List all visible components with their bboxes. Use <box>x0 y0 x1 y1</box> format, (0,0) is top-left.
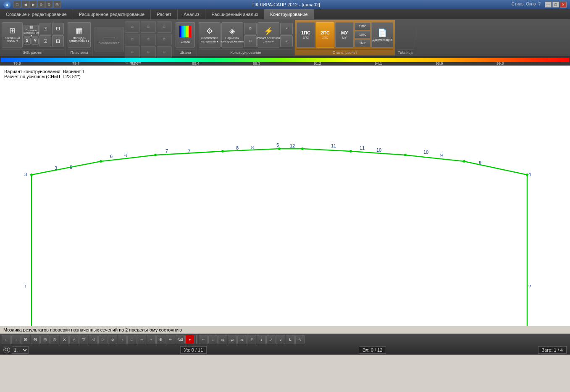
bt-hash[interactable]: # <box>247 335 256 344</box>
bt-nodes[interactable]: ↗ <box>266 335 276 344</box>
bt-elems[interactable]: ↙ <box>276 335 285 344</box>
ps2-button[interactable]: 2ПС 2ПС <box>316 22 334 47</box>
window-controls[interactable]: Стиль Окно ? — □ ✕ <box>512 2 567 8</box>
konstr-btn3[interactable]: ↗ <box>280 23 293 34</box>
toolbar-icon[interactable]: □ <box>13 1 21 8</box>
bt-yz[interactable]: yz <box>228 335 237 344</box>
bt-arrow-left2[interactable]: ◁ <box>89 335 98 344</box>
armirovanie-label: Армирование ▾ <box>99 41 120 45</box>
tab-analysis[interactable]: Анализ <box>178 9 205 19</box>
btn-sq4[interactable]: ⊡ <box>52 35 64 47</box>
bt-triangle-down[interactable]: ▽ <box>79 335 88 344</box>
tab-adv-edit[interactable]: Расширенное редактирование <box>73 9 151 19</box>
sterzni-btn5[interactable]: ⊡ <box>141 34 156 45</box>
minimize-button[interactable]: — <box>545 2 552 8</box>
konstr-btn4[interactable]: ↙ <box>280 35 293 47</box>
bt-red[interactable]: ● <box>185 335 194 344</box>
zoom-select[interactable]: 1. <box>12 346 29 354</box>
bt-eraser[interactable]: ⌫ <box>176 335 185 344</box>
mu-variant-button[interactable]: ?МУ <box>355 39 370 47</box>
bt-select2[interactable]: □ <box>127 335 137 344</box>
window-menu[interactable]: Окно <box>526 2 536 8</box>
svg-point-28 <box>301 147 304 150</box>
bt-filter[interactable]: ⊘ <box>108 335 117 344</box>
bt-move[interactable]: ↔ <box>199 335 208 344</box>
toolbar-icon4[interactable]: ⊕ <box>37 1 45 8</box>
dok-label: Документация <box>373 38 392 42</box>
y-button[interactable]: Y <box>32 37 39 45</box>
svg-text:76.8: 76.8 <box>13 61 21 66</box>
btn-sq1[interactable]: ⊡ <box>39 23 51 34</box>
bt-xz[interactable]: xz <box>237 335 247 344</box>
toolbar-icon3[interactable]: ▶ <box>29 1 37 8</box>
variants-button[interactable]: ◈ Вариантыконструирования <box>221 22 243 47</box>
dokumentatsiya-button[interactable]: 📄 Документация <box>371 22 393 47</box>
armirovanie-button[interactable]: ═══ Армирование ▾ <box>95 27 124 52</box>
konstr-btn1[interactable]: ⊡ <box>244 23 257 34</box>
bt-zoom-in[interactable]: ⊕ <box>21 335 30 344</box>
svg-point-26 <box>221 150 224 153</box>
ps2-variant-button[interactable]: ?2ПС <box>355 31 370 39</box>
bt-rotate[interactable]: ◎ <box>50 335 59 344</box>
sterzni-btn6[interactable]: ⊡ <box>141 46 156 58</box>
tab-create-edit[interactable]: Создание и редактирование <box>0 9 73 19</box>
tab-calc[interactable]: Расчет <box>151 9 178 19</box>
style-menu[interactable]: Стиль <box>512 2 523 8</box>
ps1-variant-button[interactable]: ?1ПС <box>355 23 370 30</box>
sterzni-btn3[interactable]: ⊡ <box>125 46 140 58</box>
btn-sq2[interactable]: ⊡ <box>39 35 51 47</box>
area-reinforcement-button[interactable]: ▦ Площадьармирования ▾ <box>24 25 39 37</box>
bt-zoom-out[interactable]: ⊖ <box>31 335 40 344</box>
help-menu[interactable]: ? <box>538 2 541 8</box>
bt-dots[interactable]: ⋮ <box>257 335 266 344</box>
svg-text:2: 2 <box>528 284 531 289</box>
tab-konstruirovanie[interactable]: Конструирование <box>264 9 314 19</box>
sterzni-btn4[interactable]: ⊡ <box>141 21 156 33</box>
toolbar-icon2[interactable]: ◀ <box>21 1 29 8</box>
structure-svg: 1 2 3 4 5 1 2 3 5 6 6 7 7 8 8 12 11 11 1… <box>0 66 570 326</box>
bt-cross2[interactable]: ⊕ <box>156 335 165 344</box>
bt-arrow-right[interactable]: → <box>11 335 21 344</box>
toolbar-icon6[interactable]: ◎ <box>53 1 61 8</box>
bt-arrow-right2[interactable]: ▷ <box>98 335 108 344</box>
ps1-button[interactable]: 1ПС 1ПС <box>297 22 315 47</box>
bt-lasso[interactable]: ∞ <box>137 335 146 344</box>
area-arm-button[interactable]: ▦ Площадьармирования ▾ <box>68 22 91 47</box>
bt-wave[interactable]: ∿ <box>295 335 305 344</box>
konstr-btn2[interactable]: ⊡ <box>244 35 257 47</box>
bt-l[interactable]: L <box>286 335 295 344</box>
load-info: Загр: 1 / 4 <box>538 346 567 354</box>
sterzni-btn2[interactable]: ⊡ <box>125 34 140 45</box>
bt-pen[interactable]: ✏ <box>166 335 175 344</box>
bt-resize[interactable]: ↕ <box>208 335 218 344</box>
zhestkosti-button[interactable]: ⚙ Жесткости иматериалы ▾ <box>199 22 221 47</box>
sterzni-btn9[interactable]: ⊡ <box>157 46 172 58</box>
mu-icon: МУ <box>341 30 348 35</box>
bt-cross[interactable]: + <box>147 335 156 344</box>
local-mode-button[interactable]: ⊞ Локальныйрежим ▾ <box>2 22 23 47</box>
btn-sq3[interactable]: ⊡ <box>52 23 64 34</box>
bt-zoom-fit[interactable]: ⊞ <box>40 335 50 344</box>
bt-select[interactable]: ✕ <box>60 335 69 344</box>
sq4-icon: ⊡ <box>56 38 60 44</box>
toolbar-icon5[interactable]: ⊖ <box>45 1 53 8</box>
svg-rect-6 <box>1 58 569 62</box>
sterzni-btn8[interactable]: ⊡ <box>157 34 172 45</box>
bt-arrow-left[interactable]: ← <box>2 335 11 344</box>
element-calc-button[interactable]: ⚡ Расчет элементасхемы ▾ <box>257 22 279 47</box>
close-button[interactable]: ✕ <box>560 2 567 8</box>
sterzni-btn7[interactable]: ⊡ <box>157 21 172 33</box>
tab-adv-analysis[interactable]: Расширенный анализ <box>205 9 264 19</box>
menubar-style[interactable]: Стиль Окно ? <box>512 2 541 8</box>
group-sterzni-btns: ═══ Армирование ▾ ⊡ ⊡ ⊡ ⊡ ⊡ ⊡ ⊡ ⊡ ⊡ <box>95 21 172 58</box>
bt-node[interactable]: • <box>118 335 127 344</box>
bt-xy[interactable]: xy <box>218 335 227 344</box>
restore-button[interactable]: □ <box>552 2 559 8</box>
shkala-button[interactable]: Шкала <box>176 22 195 47</box>
bt-triangle[interactable]: △ <box>69 335 79 344</box>
sterzni-btn1[interactable]: ⊡ <box>125 21 140 33</box>
element-calc-icon: ⚡ <box>264 26 273 36</box>
mu-button[interactable]: МУ МУ <box>335 22 354 47</box>
shkala-icon <box>179 26 191 39</box>
x-button[interactable]: X <box>24 37 31 45</box>
